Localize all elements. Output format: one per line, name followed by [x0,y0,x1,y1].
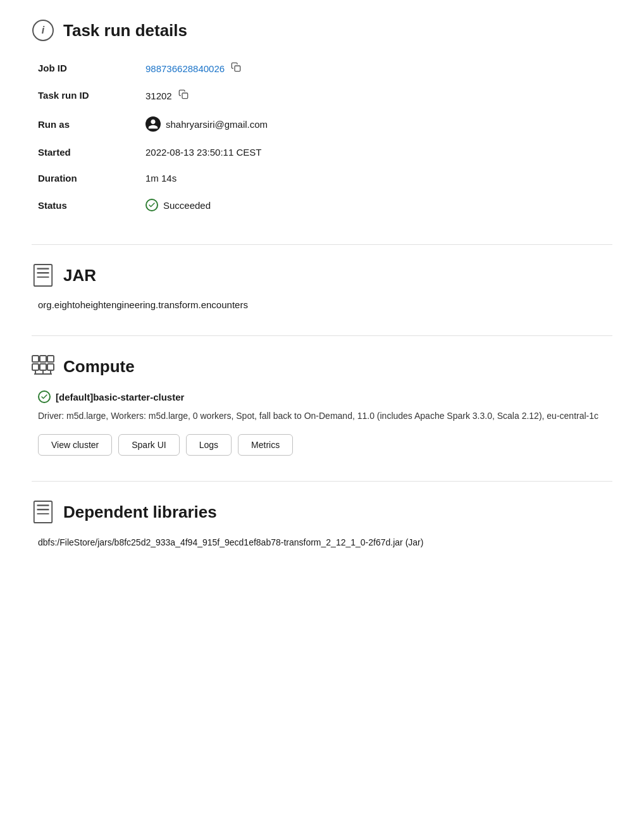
run-as-row: Run as shahryarsiri@gmail.com [32,109,612,139]
status-value-cell: Succeeded [146,191,612,219]
compute-section: Compute [default]basic-starter-cluster D… [32,355,612,456]
compute-buttons-container: View cluster Spark UI Logs Metrics [38,434,612,456]
svg-rect-8 [47,356,54,362]
cluster-name: [default]basic-starter-cluster [56,392,184,402]
divider-2 [32,335,612,336]
status-text: Succeeded [163,200,211,211]
run-as-email: shahryarsiri@gmail.com [166,119,268,130]
started-label: Started [32,139,146,165]
job-id-row: Job ID 988736628840026 [32,54,612,82]
task-run-id-row: Task run ID 31202 [32,82,612,109]
status-label: Status [32,191,146,219]
compute-section-icon [32,355,54,378]
details-table: Job ID 988736628840026 Task run ID 31202 [32,54,612,219]
duration-label: Duration [32,165,146,191]
dependent-libraries-header: Dependent libraries [32,501,612,523]
svg-rect-0 [235,66,240,72]
jar-section-header: JAR [32,264,612,287]
view-cluster-button[interactable]: View cluster [38,434,112,456]
task-run-id-value-cell: 31202 [146,82,612,109]
cluster-name-row: [default]basic-starter-cluster [38,390,612,403]
svg-rect-10 [40,364,46,370]
task-run-details-section: i Task run details Job ID 98873662884002… [32,19,612,219]
logs-button[interactable]: Logs [186,434,232,456]
cluster-description: Driver: m5d.large, Workers: m5d.large, 0… [38,409,612,423]
run-as-label: Run as [32,109,146,139]
started-value: 2022-08-13 23:50:11 CEST [146,139,612,165]
task-run-details-header: i Task run details [32,19,612,42]
compute-icon [32,355,54,378]
divider-1 [32,244,612,245]
spark-ui-button[interactable]: Spark UI [118,434,179,456]
dependent-libraries-section: Dependent libraries dbfs:/FileStore/jars… [32,501,612,549]
metrics-button[interactable]: Metrics [238,434,293,456]
duration-value: 1m 14s [146,165,612,191]
svg-rect-16 [34,501,52,523]
info-section-icon: i [32,19,54,42]
status-succeeded-container: Succeeded [146,199,612,211]
job-id-link[interactable]: 988736628840026 [146,63,225,74]
run-as-cell: shahryarsiri@gmail.com [146,116,612,132]
dep-lib-icon [33,501,53,523]
jar-content: org.eightoheightengineering.transform.en… [38,299,612,310]
duration-row: Duration 1m 14s [32,165,612,191]
jar-icon [33,264,53,287]
svg-rect-6 [32,356,39,362]
started-row: Started 2022-08-13 23:50:11 CEST [32,139,612,165]
jar-section: JAR org.eightoheightengineering.transfor… [32,264,612,310]
divider-3 [32,481,612,482]
task-run-id-copy-icon[interactable] [178,89,189,99]
task-run-details-title: Task run details [63,21,187,41]
svg-rect-9 [32,364,39,370]
job-id-label: Job ID [32,54,146,82]
dependent-libraries-title: Dependent libraries [63,502,217,522]
task-run-id-value: 31202 [146,90,172,101]
run-as-value-cell: shahryarsiri@gmail.com [146,109,612,139]
user-avatar-icon [146,116,161,132]
status-row: Status Succeeded [32,191,612,219]
jar-section-icon [32,264,54,287]
jar-section-title: JAR [63,266,96,285]
dep-lib-section-icon [32,501,54,523]
svg-rect-2 [34,265,52,286]
svg-rect-11 [47,364,54,370]
dependent-libraries-content: dbfs:/FileStore/jars/b8fc25d2_933a_4f94_… [38,536,612,549]
compute-section-header: Compute [32,355,612,378]
info-icon: i [32,20,54,41]
job-id-copy-icon[interactable] [231,62,241,72]
job-id-value-cell: 988736628840026 [146,54,612,82]
task-run-id-label: Task run ID [32,82,146,109]
cluster-status-icon [38,390,51,403]
svg-rect-1 [182,93,188,99]
svg-rect-7 [40,356,46,362]
status-check-icon [146,199,158,211]
compute-section-title: Compute [63,357,135,377]
